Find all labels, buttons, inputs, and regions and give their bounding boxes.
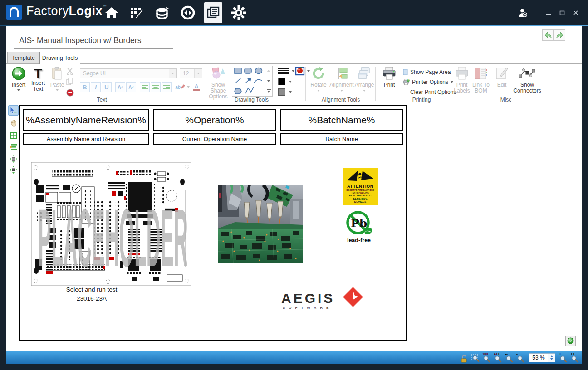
shape-rounded-rectangle[interactable]	[245, 68, 251, 73]
grow-font-button[interactable]: A˄	[115, 82, 125, 92]
design-canvas[interactable]: %AssemblyNameRevision% %Operation% %Batc…	[19, 105, 407, 341]
move-arrows-icon	[10, 166, 17, 174]
materials-icon[interactable]	[153, 2, 172, 23]
field-batch-label[interactable]: Batch Name	[280, 133, 403, 145]
zoom-in-icon[interactable]: +	[559, 353, 568, 363]
template-name-field[interactable]: AIS- Manual Inspection w/ Borders	[14, 35, 173, 49]
settings-gear-icon[interactable]	[230, 2, 248, 23]
align-right-button[interactable]	[162, 82, 172, 92]
pan-hand-tool[interactable]	[8, 117, 19, 128]
pcb-caption-line1[interactable]: Select and run test	[37, 286, 146, 293]
highlight-button[interactable]: ab	[175, 82, 185, 92]
line-style-caret-icon[interactable]	[292, 70, 294, 72]
field-operation-value[interactable]: %Operation%	[153, 109, 276, 131]
pcb-placeholder-image[interactable]: PLACEHOLDER	[31, 161, 192, 288]
zoom-lock-icon[interactable]	[459, 353, 469, 363]
factorylogix-logo-icon	[6, 5, 22, 20]
print-button[interactable]: Print	[379, 67, 399, 88]
shape-hexagon[interactable]	[235, 88, 241, 94]
grid-tool[interactable]	[8, 130, 19, 141]
transfer-icon[interactable]	[179, 2, 197, 23]
gallery-more-icon[interactable]	[265, 86, 272, 96]
shape-rectangle[interactable]	[235, 68, 241, 73]
edit-button[interactable]: Edit	[493, 67, 511, 88]
align-left-button[interactable]	[140, 82, 150, 92]
leadfree-logo[interactable]: Pb lead-free	[344, 210, 373, 245]
copy-icon[interactable]	[66, 78, 74, 86]
link-to-bom-button[interactable]: Link To BOM	[470, 67, 492, 94]
fill-color-swatch[interactable]	[278, 78, 285, 85]
zoom-selection-icon[interactable]	[470, 353, 480, 363]
gallery-down-icon[interactable]	[265, 76, 272, 86]
paste-button[interactable]: Paste	[49, 67, 65, 91]
printer-options-button[interactable]: ? Printer Options	[403, 78, 453, 86]
pcb-caption-line2[interactable]: 23016-23A	[37, 295, 146, 302]
font-name-combo[interactable]: Segoe UI	[80, 68, 177, 78]
line-color-caret-icon[interactable]	[289, 91, 292, 93]
insert-button[interactable]: Insert	[10, 67, 27, 91]
shape-polyline[interactable]	[245, 87, 254, 93]
undo-button[interactable]	[542, 29, 554, 41]
tab-template[interactable]: Template	[7, 52, 39, 63]
arrange-button[interactable]: Arrange	[354, 67, 375, 92]
field-assembly-value[interactable]: %AssemblyNameRevision%	[23, 109, 149, 131]
redo-button[interactable]	[554, 29, 565, 41]
shape-arc[interactable]	[254, 79, 262, 83]
logout-user-icon[interactable]	[518, 8, 528, 18]
fill-color-caret-icon[interactable]	[289, 81, 292, 83]
field-assembly-label[interactable]: Assembly Name and Revision	[23, 133, 149, 145]
zoom-spinner[interactable]	[548, 353, 555, 362]
underline-button[interactable]: U	[102, 82, 112, 92]
process-engineering-icon[interactable]	[128, 2, 146, 23]
shape-ellipse[interactable]	[255, 68, 262, 74]
select-move-tool[interactable]	[8, 105, 19, 116]
show-shape-options-button[interactable]: Show Shape Options	[204, 67, 233, 100]
maximize-button[interactable]	[557, 8, 567, 18]
stop-format-icon[interactable]	[66, 89, 74, 97]
test-machine-photo[interactable]	[218, 185, 303, 263]
field-operation-label[interactable]: Current Operation Name	[153, 133, 276, 145]
page-icon	[403, 69, 408, 75]
pb-symbol: Pb	[351, 217, 367, 230]
zoom-all-icon[interactable]: ALL	[493, 353, 503, 363]
picture-button[interactable]	[295, 67, 305, 78]
shape-line[interactable]	[235, 78, 241, 83]
show-page-area-button[interactable]: Show Page Area	[403, 68, 451, 76]
rotate-button[interactable]: Rotate	[309, 67, 328, 92]
line-color-swatch[interactable]	[278, 88, 285, 96]
insert-text-button[interactable]: T Insert Text	[29, 67, 47, 92]
field-batch-value[interactable]: %BatchName%	[280, 109, 403, 131]
align-center-button[interactable]	[151, 82, 161, 92]
close-button[interactable]	[571, 8, 581, 18]
move-selection-tool[interactable]	[8, 154, 19, 164]
shrink-font-button[interactable]: A˅	[126, 82, 136, 92]
clear-print-options-button[interactable]: Clear Print Options	[410, 88, 456, 96]
minimize-button[interactable]	[544, 8, 554, 18]
move-canvas-tool[interactable]	[8, 165, 19, 175]
italic-button[interactable]: I	[91, 82, 101, 92]
canvas-overview-button[interactable]	[565, 336, 576, 346]
esd-attention-label[interactable]: ATTENTION OBSERVE PRECAUTIONS FOR HANDLI…	[343, 168, 378, 205]
gallery-scroll	[265, 66, 273, 97]
shape-arrow[interactable]	[245, 78, 251, 83]
line-style-button[interactable]	[278, 68, 289, 77]
cut-icon[interactable]	[66, 68, 74, 75]
home-icon[interactable]	[103, 2, 121, 23]
bom-book-icon	[474, 67, 488, 80]
gallery-up-icon[interactable]	[265, 66, 272, 76]
aegis-logo[interactable]: AEGIS SOFTWARE	[280, 286, 364, 312]
zoom-100-icon[interactable]: 100	[482, 353, 492, 363]
snap-lines-tool[interactable]	[8, 142, 19, 152]
alignment-button[interactable]: Alignment	[329, 67, 354, 92]
zoom-in-more-icon[interactable]: ++	[570, 353, 580, 363]
bold-button[interactable]: B	[80, 82, 90, 92]
show-connectors-button[interactable]: Show Connectors	[512, 67, 543, 94]
zoom-level-field[interactable]: 53 %	[529, 353, 548, 362]
insert-icon	[12, 67, 25, 80]
alignment-icon	[335, 67, 348, 80]
documents-icon[interactable]	[204, 2, 222, 23]
tab-drawing-tools[interactable]: Drawing Tools	[39, 52, 80, 64]
zoom-out-icon[interactable]: -	[516, 353, 526, 363]
app-brand: FactoryLogix™	[26, 4, 107, 18]
zoom-out-more-icon[interactable]: --	[505, 353, 514, 363]
